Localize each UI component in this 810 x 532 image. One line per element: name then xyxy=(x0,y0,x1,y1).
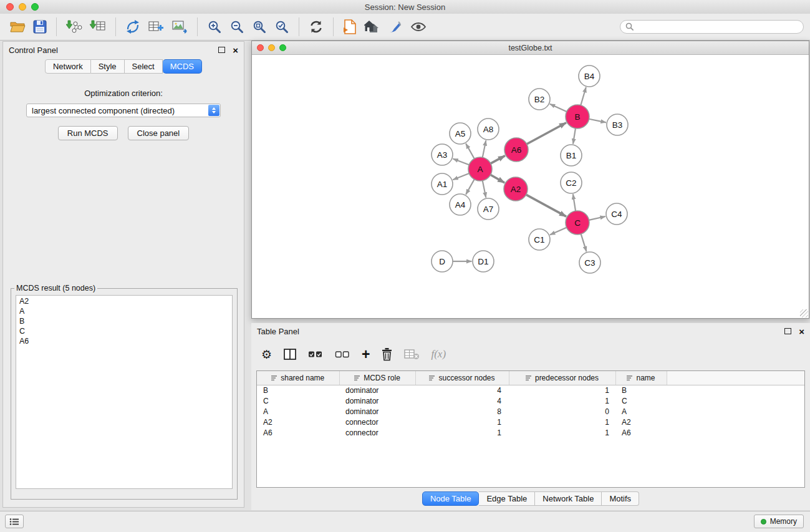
node-A3[interactable]: A3 xyxy=(432,144,453,165)
node-C4[interactable]: C4 xyxy=(606,203,627,225)
edge-A-A4[interactable] xyxy=(466,180,475,195)
tab-network-table[interactable]: Network Table xyxy=(535,491,602,506)
edge-A-A7[interactable] xyxy=(483,181,486,198)
table-row[interactable]: Adominator80A xyxy=(257,407,804,417)
close-panel-button[interactable]: Close panel xyxy=(128,126,190,140)
node-D[interactable]: D xyxy=(432,251,453,272)
edge-A-A8[interactable] xyxy=(483,140,486,157)
network-window-titlebar[interactable]: testGlobe.txt xyxy=(252,41,809,55)
node-A8[interactable]: A8 xyxy=(478,118,499,140)
home-button[interactable] xyxy=(363,19,382,35)
search-box[interactable] xyxy=(620,20,804,34)
node-A6[interactable]: A6 xyxy=(504,138,528,162)
tab-motifs[interactable]: Motifs xyxy=(602,491,639,506)
list-item[interactable]: C xyxy=(16,326,232,336)
node-B1[interactable]: B1 xyxy=(561,145,582,166)
clear-table-button[interactable] xyxy=(404,348,420,360)
search-input[interactable] xyxy=(637,22,798,32)
save-session-button[interactable] xyxy=(32,19,48,35)
tab-select[interactable]: Select xyxy=(125,59,163,74)
edge-C-C1[interactable] xyxy=(550,228,567,235)
zoom-fit-button[interactable] xyxy=(251,18,268,36)
column-header-mcds-role[interactable]: MCDS role xyxy=(339,371,415,385)
node-B3[interactable]: B3 xyxy=(607,114,628,135)
export-image-button[interactable] xyxy=(170,18,189,36)
close-window-button[interactable] xyxy=(6,3,14,11)
edge-A-A1[interactable] xyxy=(453,173,469,180)
column-header-predecessor-nodes[interactable]: predecessor nodes xyxy=(509,371,615,385)
list-item[interactable]: A6 xyxy=(16,336,232,346)
column-header-shared-name[interactable]: shared name xyxy=(257,371,339,385)
close-panel-icon[interactable]: × xyxy=(233,46,238,55)
new-table-button[interactable] xyxy=(147,18,165,36)
edge-A2-C[interactable] xyxy=(526,195,566,216)
column-header-name[interactable]: name xyxy=(615,371,667,385)
zoom-selected-button[interactable] xyxy=(273,18,291,36)
close-network-window-button[interactable] xyxy=(257,44,264,51)
memory-button[interactable]: Memory xyxy=(754,515,804,528)
mcds-result-list[interactable]: A2ABCA6 xyxy=(16,295,233,489)
node-C2[interactable]: C2 xyxy=(561,172,582,193)
list-item[interactable]: A xyxy=(16,306,232,316)
tab-node-table[interactable]: Node Table xyxy=(422,491,480,506)
import-network-button[interactable] xyxy=(65,18,84,36)
close-table-panel-icon[interactable]: × xyxy=(799,327,804,336)
node-B2[interactable]: B2 xyxy=(529,89,550,110)
node-B[interactable]: B xyxy=(566,105,589,128)
node-A[interactable]: A xyxy=(468,157,492,181)
table-row[interactable]: Cdominator41C xyxy=(257,396,804,407)
add-column-button[interactable]: + xyxy=(362,348,370,361)
edge-B-B3[interactable] xyxy=(589,119,606,123)
zoom-network-window-button[interactable] xyxy=(279,44,286,51)
minimize-window-button[interactable] xyxy=(19,3,26,11)
node-B4[interactable]: B4 xyxy=(579,65,600,87)
float-table-panel-icon[interactable] xyxy=(784,328,791,334)
edge-A-A6[interactable] xyxy=(491,156,505,163)
resize-corner[interactable] xyxy=(800,309,808,317)
delete-column-button[interactable] xyxy=(381,347,393,361)
edge-C-C4[interactable] xyxy=(589,216,605,220)
table-settings-button[interactable]: ⚙ xyxy=(261,349,272,360)
node-C3[interactable]: C3 xyxy=(579,252,600,273)
tab-mcds[interactable]: MCDS xyxy=(163,59,202,74)
import-table-button[interactable] xyxy=(89,18,107,36)
show-columns-button[interactable] xyxy=(283,348,297,360)
new-network-button[interactable] xyxy=(124,18,142,36)
deselect-all-columns-button[interactable] xyxy=(335,349,350,359)
node-A7[interactable]: A7 xyxy=(478,198,499,220)
table-row[interactable]: A2connector11A2 xyxy=(257,417,804,428)
node-C[interactable]: C xyxy=(566,211,589,235)
edge-C-C2[interactable] xyxy=(573,194,576,211)
document-button[interactable] xyxy=(342,18,358,36)
tab-edge-table[interactable]: Edge Table xyxy=(479,491,535,506)
edge-A-A3[interactable] xyxy=(453,159,469,165)
edge-B-B4[interactable] xyxy=(581,87,586,105)
style-brush-button[interactable] xyxy=(387,18,404,36)
table-row[interactable]: Bdominator41B xyxy=(257,385,804,397)
eye-button[interactable] xyxy=(409,19,428,34)
edge-A-A2[interactable] xyxy=(491,175,505,183)
zoom-in-button[interactable] xyxy=(206,18,223,36)
task-history-button[interactable] xyxy=(5,515,24,528)
tab-style[interactable]: Style xyxy=(91,59,125,74)
edge-A6-B[interactable] xyxy=(527,123,566,144)
edge-B-B2[interactable] xyxy=(550,104,567,112)
open-session-button[interactable] xyxy=(9,19,27,35)
zoom-window-button[interactable] xyxy=(31,3,39,11)
column-header-successor-nodes[interactable]: successor nodes xyxy=(415,371,509,385)
edge-B-B1[interactable] xyxy=(573,128,576,144)
refresh-button[interactable] xyxy=(307,18,325,36)
node-D1[interactable]: D1 xyxy=(473,251,494,272)
tab-network[interactable]: Network xyxy=(45,59,91,74)
edge-C-C3[interactable] xyxy=(581,234,587,251)
node-A4[interactable]: A4 xyxy=(450,194,471,215)
network-canvas[interactable]: B4B2BB3A5A8A6A3B1AC2A1A2A4A7C4CC1C3DD1 xyxy=(252,55,809,318)
float-panel-icon[interactable] xyxy=(218,47,225,53)
minimize-network-window-button[interactable] xyxy=(268,44,275,51)
edge-A-A5[interactable] xyxy=(466,143,475,158)
zoom-out-button[interactable] xyxy=(228,18,246,36)
list-item[interactable]: A2 xyxy=(16,296,232,306)
node-A1[interactable]: A1 xyxy=(432,173,453,195)
optimization-select[interactable]: largest connected component (directed) xyxy=(26,104,221,117)
node-A5[interactable]: A5 xyxy=(450,123,471,144)
